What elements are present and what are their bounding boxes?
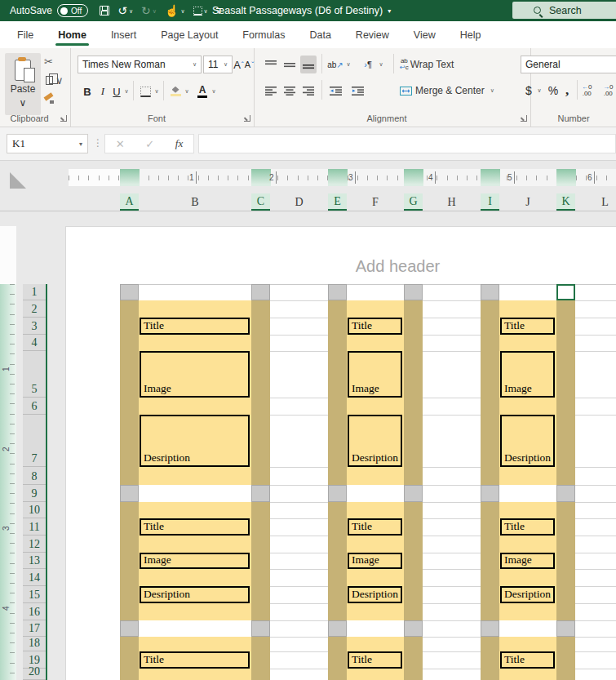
row-header-12[interactable]: 12 xyxy=(23,536,46,553)
column-header-d[interactable]: D xyxy=(270,193,328,211)
tan-column-cells[interactable] xyxy=(251,300,270,485)
card-description-cell[interactable]: Desription xyxy=(500,415,555,467)
decrease-indent-button[interactable] xyxy=(326,82,344,100)
card-description-cell[interactable]: Desription xyxy=(348,415,402,467)
underline-caret-button[interactable]: ∨ xyxy=(122,82,131,100)
font-color-button[interactable]: A xyxy=(195,82,210,100)
tan-column-cells[interactable] xyxy=(556,637,575,680)
row-header-8[interactable]: 8 xyxy=(23,467,46,485)
row-header-20[interactable]: 20 xyxy=(23,669,46,680)
gray-cell[interactable] xyxy=(120,485,139,502)
tab-view[interactable]: View xyxy=(401,21,448,48)
tan-column-cells[interactable] xyxy=(328,502,347,620)
card-image-cell[interactable]: Image xyxy=(500,553,555,569)
name-box[interactable]: K1 ▾ xyxy=(7,134,88,153)
text-direction-caret-button[interactable]: ∨ xyxy=(377,56,385,73)
increase-decimal-button[interactable]: ←0.00 xyxy=(582,82,592,100)
row-header-13[interactable]: 13 xyxy=(23,553,46,569)
row-header-16[interactable]: 16 xyxy=(23,603,46,620)
currency-caret-button[interactable]: ∨ xyxy=(535,82,543,100)
number-format-combo[interactable]: General xyxy=(521,56,616,73)
copy-button[interactable]: ∨ xyxy=(44,73,64,87)
autosave-pill[interactable]: Off xyxy=(57,4,88,17)
column-header-a[interactable]: A xyxy=(120,193,139,211)
card-image-cell[interactable]: Image xyxy=(140,351,250,398)
active-cell-k1[interactable] xyxy=(556,284,575,300)
add-header-placeholder[interactable]: Add header xyxy=(310,257,485,276)
insert-function-button[interactable]: fx xyxy=(175,137,183,150)
gray-cell[interactable] xyxy=(120,284,139,300)
gray-cell[interactable] xyxy=(251,620,270,637)
tan-column-cells[interactable] xyxy=(556,502,575,620)
merge-center-button[interactable]: Merge & Center ∨ xyxy=(400,82,494,100)
gray-cell[interactable] xyxy=(328,485,347,502)
tan-column-cells[interactable] xyxy=(404,502,423,620)
underline-button[interactable]: U xyxy=(110,82,123,100)
tan-column-cells[interactable] xyxy=(120,300,139,485)
italic-button[interactable]: I xyxy=(97,82,109,100)
row-header-3[interactable]: 3 xyxy=(23,318,46,335)
touch-mode-button[interactable]: ☝∨ xyxy=(165,5,185,16)
tab-file[interactable]: File xyxy=(5,21,46,48)
tab-home[interactable]: Home xyxy=(46,21,99,48)
paste-button[interactable]: Paste ∨ xyxy=(5,53,41,115)
wrap-text-button[interactable]: ab↩c Wrap Text xyxy=(400,56,454,73)
align-top-button[interactable] xyxy=(263,56,279,73)
bold-button[interactable]: B xyxy=(81,82,94,100)
gray-cell[interactable] xyxy=(481,620,499,637)
align-right-button[interactable] xyxy=(300,82,317,100)
column-header-h[interactable]: H xyxy=(423,193,481,211)
column-header-g[interactable]: G xyxy=(404,193,423,211)
gray-cell[interactable] xyxy=(481,284,499,300)
column-header-e[interactable]: E xyxy=(328,193,347,211)
card-image-cell[interactable]: Image xyxy=(348,553,402,569)
align-left-button[interactable] xyxy=(263,82,279,100)
tab-data[interactable]: Data xyxy=(297,21,343,48)
clipboard-dialog-launcher[interactable] xyxy=(60,115,67,122)
card-title-cell[interactable]: Title xyxy=(348,518,402,536)
decrease-font-button[interactable]: Aˇ xyxy=(245,56,254,73)
row-header-14[interactable]: 14 xyxy=(23,569,46,586)
font-size-combo[interactable]: 11 ∨ xyxy=(203,56,233,73)
card-description-cell[interactable]: Desription xyxy=(140,586,250,603)
tan-column-cells[interactable] xyxy=(481,637,499,680)
card-title-cell[interactable]: Title xyxy=(500,518,555,536)
currency-button[interactable]: $ xyxy=(524,82,534,100)
gray-cell[interactable] xyxy=(481,485,499,502)
borders-qat-button[interactable]: ∨ xyxy=(193,7,208,16)
save-button[interactable] xyxy=(100,6,109,16)
card-description-cell[interactable]: Desription xyxy=(140,415,250,467)
row-header-6[interactable]: 6 xyxy=(23,398,46,415)
align-middle-button[interactable] xyxy=(281,56,298,73)
gray-cell[interactable] xyxy=(556,620,575,637)
tan-column-cells[interactable] xyxy=(404,300,423,485)
fill-color-button[interactable] xyxy=(168,82,183,100)
tab-review[interactable]: Review xyxy=(343,21,401,48)
tan-column-cells[interactable] xyxy=(404,637,423,680)
increase-indent-button[interactable] xyxy=(348,82,366,100)
tab-help[interactable]: Help xyxy=(448,21,494,48)
row-header-1[interactable]: 1 xyxy=(23,284,46,300)
confirm-entry-button[interactable]: ✓ xyxy=(145,138,154,150)
card-description-cell[interactable]: Desription xyxy=(500,586,555,603)
tan-column-cells[interactable] xyxy=(120,502,139,620)
decrease-decimal-button[interactable]: →0.00 xyxy=(603,82,613,100)
tab-page-layout[interactable]: Page Layout xyxy=(148,21,230,48)
row-header-2[interactable]: 2 xyxy=(23,300,46,318)
gray-cell[interactable] xyxy=(328,284,347,300)
tan-column-cells[interactable] xyxy=(328,637,347,680)
font-color-caret-button[interactable]: ∨ xyxy=(210,82,218,100)
borders-button[interactable] xyxy=(138,82,153,100)
align-bottom-button[interactable] xyxy=(300,56,317,73)
card-title-cell[interactable]: Title xyxy=(500,318,555,335)
formula-input[interactable] xyxy=(198,134,616,153)
font-dialog-launcher[interactable] xyxy=(244,115,250,122)
undo-button[interactable]: ↺∨ xyxy=(117,5,133,16)
cut-button[interactable]: ✂ xyxy=(44,55,53,68)
card-title-cell[interactable]: Title xyxy=(140,518,250,536)
row-header-10[interactable]: 10 xyxy=(23,502,46,518)
card-image-cell[interactable]: Image xyxy=(140,553,250,569)
gray-cell[interactable] xyxy=(556,485,575,502)
card-description-cell[interactable]: Desription xyxy=(348,586,402,603)
increase-font-button[interactable]: Aˆ xyxy=(234,56,243,73)
